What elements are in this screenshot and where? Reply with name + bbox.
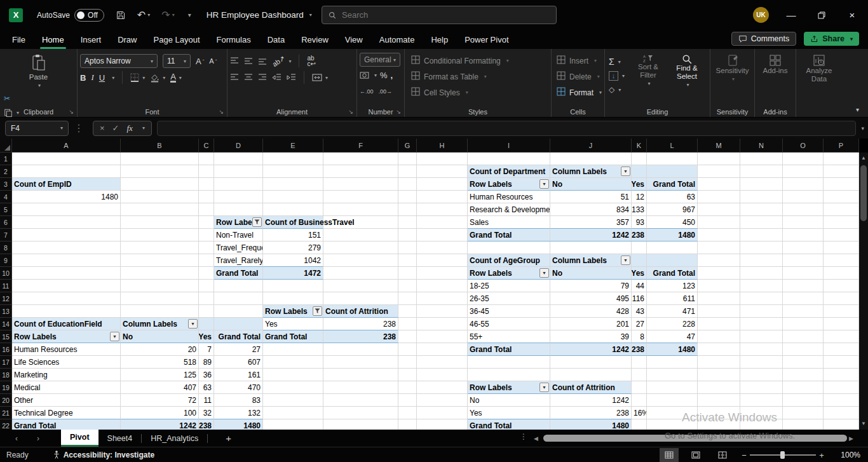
cell-F9[interactable] <box>323 254 398 267</box>
cell-E10[interactable]: 1472 <box>263 267 323 280</box>
cell-I19[interactable]: Row Labels▼ <box>468 381 550 394</box>
cell-J14[interactable]: 201 <box>550 318 632 330</box>
cell-H4[interactable] <box>417 191 468 203</box>
cell-I10[interactable]: Row Labels▼ <box>468 267 550 280</box>
cell-K12[interactable]: 116 <box>632 292 647 305</box>
cell-D17[interactable]: 607 <box>214 356 263 369</box>
cell-E15[interactable]: Grand Total <box>263 330 323 343</box>
cell-B19[interactable]: 407 <box>121 381 199 394</box>
cell-P8[interactable] <box>824 241 859 254</box>
cell-J17[interactable] <box>550 356 632 369</box>
cell-E11[interactable] <box>263 280 323 292</box>
cell-P14[interactable] <box>824 318 859 330</box>
paste-button[interactable]: Paste ▾ <box>3 53 74 90</box>
cell-M2[interactable] <box>698 165 740 178</box>
cell-O8[interactable] <box>783 241 824 254</box>
row-header-10[interactable]: 10 <box>0 267 12 280</box>
cell-P4[interactable] <box>824 191 859 203</box>
column-header-A[interactable]: A <box>12 139 121 153</box>
cell-C20[interactable]: 11 <box>199 394 214 407</box>
cell-F21[interactable] <box>323 407 398 419</box>
cell-A9[interactable] <box>12 254 121 267</box>
cell-E22[interactable] <box>263 419 323 430</box>
number-dialog-launcher[interactable]: ↘ <box>396 109 401 115</box>
cell-E16[interactable] <box>263 343 323 356</box>
sensitivity-button[interactable]: Sensitivity ▾ <box>713 53 752 85</box>
cell-C19[interactable]: 63 <box>199 381 214 394</box>
cell-F22[interactable] <box>323 419 398 430</box>
cell-H6[interactable] <box>417 216 468 229</box>
cell-G17[interactable] <box>398 356 417 369</box>
conditional-formatting-button[interactable]: Conditional Formatting▾ <box>411 53 548 69</box>
cell-F11[interactable] <box>323 280 398 292</box>
select-all-button[interactable] <box>0 139 12 153</box>
cell-J21[interactable]: 238 <box>550 407 632 419</box>
cell-K16[interactable]: 238 <box>632 343 647 356</box>
cell-H1[interactable] <box>417 153 468 165</box>
cell-F20[interactable] <box>323 394 398 407</box>
cell-styles-button[interactable]: Cell Styles▾ <box>411 85 548 100</box>
cell-P5[interactable] <box>824 203 859 216</box>
cell-P2[interactable] <box>824 165 859 178</box>
cell-J22[interactable]: 1480 <box>550 419 632 430</box>
cell-J16[interactable]: 1242 <box>550 343 632 356</box>
cell-O16[interactable] <box>783 343 824 356</box>
cell-N3[interactable] <box>740 178 783 191</box>
cell-A10[interactable] <box>12 267 121 280</box>
confirm-entry-button[interactable]: ✓ <box>112 123 119 133</box>
expand-formula-bar-button[interactable]: ▾ <box>861 125 864 132</box>
cell-E3[interactable] <box>263 178 323 191</box>
cell-K21[interactable]: 16% <box>632 407 647 419</box>
cell-M12[interactable] <box>698 292 740 305</box>
row-header-8[interactable]: 8 <box>0 241 12 254</box>
cell-P3[interactable] <box>824 178 859 191</box>
cell-N8[interactable] <box>740 241 783 254</box>
cell-G13[interactable] <box>398 305 417 318</box>
italic-button[interactable]: I <box>91 72 93 83</box>
find-select-button[interactable]: Find & Select ▾ <box>667 53 707 99</box>
cell-A15[interactable]: Row Labels▼ <box>12 330 121 343</box>
cell-A12[interactable] <box>12 292 121 305</box>
cell-D6[interactable]: Row Labels <box>214 216 263 229</box>
cell-A14[interactable]: Count of EducationField <box>12 318 121 330</box>
align-bottom-icon[interactable] <box>258 57 267 65</box>
cell-A22[interactable]: Grand Total <box>12 419 121 430</box>
cell-C8[interactable] <box>199 241 214 254</box>
cell-B5[interactable] <box>121 203 199 216</box>
cell-G22[interactable] <box>398 419 417 430</box>
cell-C21[interactable]: 32 <box>199 407 214 419</box>
cell-D4[interactable] <box>214 191 263 203</box>
wrap-text-button[interactable]: abc↩ <box>307 55 315 67</box>
column-header-B[interactable]: B <box>121 139 199 153</box>
row-header-19[interactable]: 19 <box>0 381 12 394</box>
cell-P20[interactable] <box>824 394 859 407</box>
cell-H10[interactable] <box>417 267 468 280</box>
cell-B17[interactable]: 518 <box>121 356 199 369</box>
cell-E17[interactable] <box>263 356 323 369</box>
cell-H20[interactable] <box>417 394 468 407</box>
cell-F17[interactable] <box>323 356 398 369</box>
cell-H7[interactable] <box>417 229 468 241</box>
cell-B9[interactable] <box>121 254 199 267</box>
cell-J11[interactable]: 79 <box>550 280 632 292</box>
cell-I13[interactable]: 36-45 <box>468 305 550 318</box>
cell-O5[interactable] <box>783 203 824 216</box>
cell-J12[interactable]: 495 <box>550 292 632 305</box>
cell-K3[interactable]: Yes <box>632 178 647 191</box>
cell-C11[interactable] <box>199 280 214 292</box>
cell-K6[interactable]: 93 <box>632 216 647 229</box>
cell-F8[interactable] <box>323 241 398 254</box>
column-dropdown-icon[interactable]: ▼ <box>188 319 198 329</box>
cell-I15[interactable]: 55+ <box>468 330 550 343</box>
scroll-down-icon[interactable]: ▼ <box>861 418 866 428</box>
clear-button[interactable]: ◇▾ <box>609 83 625 97</box>
cell-M19[interactable] <box>698 381 740 394</box>
cell-G11[interactable] <box>398 280 417 292</box>
cell-L20[interactable] <box>647 394 698 407</box>
cell-B6[interactable] <box>121 216 199 229</box>
cell-N18[interactable] <box>740 369 783 381</box>
cell-H13[interactable] <box>417 305 468 318</box>
document-title[interactable]: HR Employee Dashboard ▾ <box>207 10 312 20</box>
cell-O14[interactable] <box>783 318 824 330</box>
ribbon-tab-file[interactable]: File <box>4 31 34 48</box>
